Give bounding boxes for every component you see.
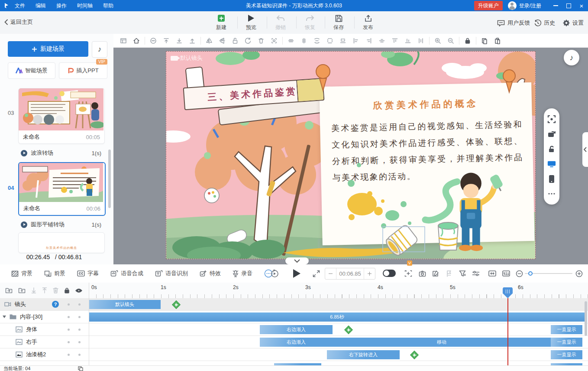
unlock-icon[interactable]	[547, 145, 556, 153]
record-button[interactable]: 录音	[233, 270, 252, 277]
camera-zoom-button[interactable]: V	[403, 264, 414, 283]
transition-row-wave[interactable]: 波浪转场 1(s)	[21, 149, 101, 157]
content-duration-bar[interactable]: 6.85秒	[89, 312, 585, 322]
concept-paper[interactable]: 欣赏美术作品的概念 美术鉴赏是运用自己的视觉感知、生活经验和文化知识对美术作品进…	[319, 82, 535, 245]
focus-frame-icon[interactable]	[547, 115, 556, 124]
transition-row-circle[interactable]: 圆形平铺转场 1(s)	[21, 220, 101, 229]
align-top-icon[interactable]	[388, 36, 401, 46]
edit-note-button[interactable]	[430, 264, 441, 283]
scene-card-04-selected[interactable]: 未命名 00:06	[18, 162, 106, 216]
zoom-slider-knob[interactable]	[528, 271, 533, 276]
speech-recognition-button[interactable]: 语音识别	[155, 270, 188, 277]
selection-border-icon[interactable]	[323, 36, 336, 46]
menu-file[interactable]: 文件	[10, 2, 30, 10]
entrance-effect-bar[interactable]: 右边渐入	[260, 338, 333, 347]
upgrade-account-button[interactable]: 升级账户	[474, 1, 503, 10]
align-middle-icon[interactable]	[375, 36, 388, 46]
time-decrease-button[interactable]	[325, 268, 336, 279]
scene-switch-icon[interactable]	[78, 366, 83, 371]
collapse-right-panel-tab[interactable]	[582, 132, 588, 167]
track-dot[interactable]	[78, 341, 81, 343]
play-button[interactable]	[291, 264, 302, 283]
scene-audio-button[interactable]: ♪	[564, 50, 579, 65]
lock-icon[interactable]	[461, 36, 474, 46]
more-options-icon[interactable]	[547, 189, 556, 198]
fit-width-button[interactable]	[487, 264, 498, 283]
track-row-right-hand[interactable]: 右手 右边渐入 移动 一直显示	[0, 336, 588, 348]
home-icon[interactable]	[130, 36, 143, 46]
track-row-content-group[interactable]: 内容-[30] 6.85秒	[0, 311, 588, 323]
align-left-icon[interactable]	[349, 36, 362, 46]
track-dot[interactable]	[68, 329, 70, 331]
actual-size-button[interactable]	[501, 264, 512, 283]
collapse-panel-button[interactable]	[285, 257, 309, 264]
track-dot[interactable]	[68, 303, 70, 306]
track-dot[interactable]	[78, 354, 81, 356]
distribute-horizontal-icon[interactable]	[310, 36, 323, 46]
collapse-triangle-icon[interactable]	[3, 316, 6, 318]
scene-card-03[interactable]: 未命名 00:05	[18, 88, 105, 144]
timeline-zoom-in-button[interactable]	[574, 264, 584, 283]
align-center-horizontal-icon[interactable]	[284, 36, 297, 46]
move-track-down-icon[interactable]	[31, 287, 36, 293]
timeline-scrollbar[interactable]	[585, 301, 587, 336]
distribute-vertical-icon[interactable]	[414, 36, 427, 46]
landscape-mode-icon[interactable]	[547, 159, 556, 168]
camera-label[interactable]: 默认镜头	[171, 54, 203, 62]
entrance-effect-bar[interactable]: 右下旋转进入	[327, 350, 400, 359]
keyframe-diamond[interactable]	[344, 325, 353, 334]
scene-music-button[interactable]: ♪	[92, 41, 107, 58]
zoom-out-icon[interactable]	[444, 36, 457, 46]
more-options-icon[interactable]	[147, 36, 160, 46]
new-scene-button[interactable]: 新建场景	[8, 41, 88, 57]
avatar[interactable]	[508, 1, 517, 10]
align-bottom-icon[interactable]	[401, 36, 414, 46]
insert-ppt-button[interactable]: 插入PPT VIP	[59, 62, 107, 79]
preview-mode-toggle[interactable]	[383, 270, 396, 277]
add-folder-icon[interactable]	[18, 287, 26, 293]
delete-track-icon[interactable]	[53, 287, 58, 293]
new-button[interactable]: 新建	[209, 14, 234, 31]
track-row-paint-bucket[interactable]: 油漆桶2 右下旋转进入 一直显示	[0, 348, 588, 361]
settings-button[interactable]: 设置	[563, 19, 584, 27]
background-button[interactable]: 背景	[11, 270, 32, 277]
bring-to-front-icon[interactable]	[160, 36, 173, 46]
sidebar-scrollbar[interactable]	[108, 150, 111, 208]
tts-button[interactable]: 语音合成	[110, 270, 143, 277]
storyboard-icon[interactable]	[117, 36, 130, 46]
stage[interactable]: 三、美术作品鉴赏 欣赏美术作品的概念 美术鉴赏是运用自己的视觉感知、生活经验和文…	[166, 51, 536, 259]
track-row-partial[interactable]	[0, 361, 588, 365]
maximize-button[interactable]	[562, 0, 575, 11]
effects-button[interactable]: 特效	[200, 270, 221, 277]
publish-button[interactable]: 发布	[355, 14, 381, 31]
rotate-icon[interactable]	[242, 36, 255, 46]
preview-button[interactable]: 预览	[239, 14, 264, 31]
menu-edit[interactable]: 编辑	[30, 2, 51, 10]
align-center-vertical-icon[interactable]	[297, 36, 310, 46]
snapshot-button[interactable]	[417, 264, 428, 283]
delete-icon[interactable]	[255, 36, 268, 46]
timeline-zoom-out-button[interactable]	[514, 264, 524, 283]
timeline-zoom-slider[interactable]	[525, 273, 572, 274]
save-button[interactable]: 保存	[326, 14, 351, 31]
help-icon[interactable]: ?	[52, 301, 59, 308]
move-track-up-icon[interactable]	[42, 287, 47, 293]
feedback-button[interactable]: 用户反馈	[497, 19, 530, 27]
subtitle-button[interactable]: 字幕	[77, 270, 99, 277]
rotate-screen-icon[interactable]	[547, 130, 556, 138]
minimize-button[interactable]	[549, 0, 562, 11]
track-dot[interactable]	[78, 316, 81, 318]
keyframe-diamond[interactable]	[410, 351, 419, 359]
flip-horizontal-icon[interactable]	[203, 36, 216, 46]
lock-track-icon[interactable]	[64, 287, 70, 293]
unlock-icon[interactable]	[229, 36, 242, 46]
always-show-bar[interactable]: 一直显示	[551, 350, 582, 359]
track-dot[interactable]	[68, 341, 70, 343]
filter-button[interactable]	[457, 264, 468, 283]
redo-button[interactable]: 恢复	[297, 14, 323, 31]
track-row-camera[interactable]: 镜头 ? 默认镜头	[0, 298, 588, 311]
flip-vertical-icon[interactable]	[216, 36, 229, 46]
flag-marker-button[interactable]	[443, 264, 455, 283]
snap-bottom-icon[interactable]	[336, 36, 349, 46]
history-button[interactable]: 历史	[534, 19, 555, 27]
